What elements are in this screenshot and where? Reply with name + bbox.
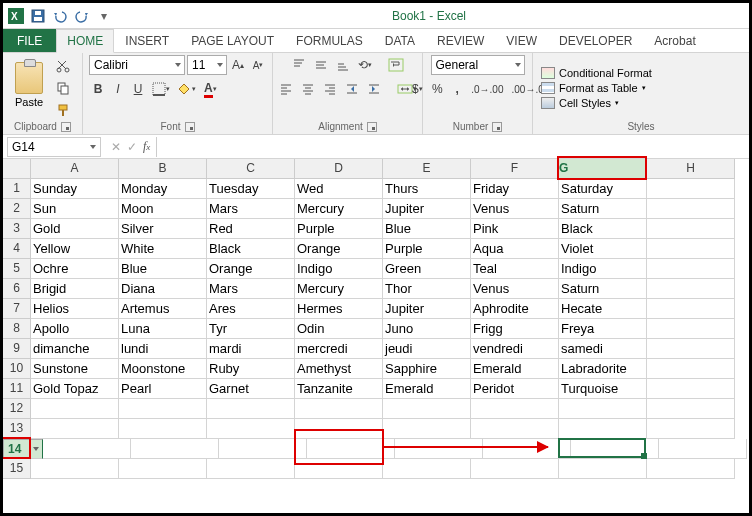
format-as-table-button[interactable]: Format as Table▾ (539, 81, 654, 95)
cell-H12[interactable] (647, 399, 735, 419)
tab-file[interactable]: FILE (3, 29, 56, 52)
cell-G1[interactable]: Saturday (559, 179, 647, 199)
cell-E5[interactable]: Green (383, 259, 471, 279)
cut-button[interactable] (53, 56, 73, 76)
cell-B6[interactable]: Diana (119, 279, 207, 299)
alignment-dialog-launcher[interactable] (367, 122, 377, 132)
tab-data[interactable]: DATA (374, 29, 426, 52)
cell-G9[interactable]: samedi (559, 339, 647, 359)
increase-decimal-button[interactable]: .0→.00 (468, 79, 506, 99)
save-icon[interactable] (29, 7, 47, 25)
cell-C14[interactable] (219, 439, 307, 459)
row-header-9[interactable]: 9 (3, 339, 31, 359)
cell-B14[interactable] (131, 439, 219, 459)
cell-C5[interactable]: Orange (207, 259, 295, 279)
cell-F14[interactable] (483, 439, 571, 459)
cell-G2[interactable]: Saturn (559, 199, 647, 219)
row-header-8[interactable]: 8 (3, 319, 31, 339)
cell-A8[interactable]: Apollo (31, 319, 119, 339)
cell-H5[interactable] (647, 259, 735, 279)
cell-D4[interactable]: Orange (295, 239, 383, 259)
tab-view[interactable]: VIEW (495, 29, 548, 52)
qat-customize-icon[interactable]: ▾ (95, 7, 113, 25)
cell-D1[interactable]: Wed (295, 179, 383, 199)
cell-D6[interactable]: Mercury (295, 279, 383, 299)
column-header-H[interactable]: H (647, 159, 735, 179)
cell-D9[interactable]: mercredi (295, 339, 383, 359)
cell-B7[interactable]: Artemus (119, 299, 207, 319)
cell-D8[interactable]: Odin (295, 319, 383, 339)
row-header-13[interactable]: 13 (3, 419, 31, 439)
underline-button[interactable]: U (129, 79, 147, 99)
cell-G11[interactable]: Turquoise (559, 379, 647, 399)
undo-icon[interactable] (51, 7, 69, 25)
cell-A15[interactable] (31, 459, 119, 479)
cell-H11[interactable] (647, 379, 735, 399)
cell-H6[interactable] (647, 279, 735, 299)
row-header-7[interactable]: 7 (3, 299, 31, 319)
cell-C13[interactable] (207, 419, 295, 439)
cell-H13[interactable] (647, 419, 735, 439)
cell-A13[interactable] (31, 419, 119, 439)
row-header-5[interactable]: 5 (3, 259, 31, 279)
borders-button[interactable]: ▾ (149, 79, 173, 99)
cell-C1[interactable]: Tuesday (207, 179, 295, 199)
cell-A2[interactable]: Sun (31, 199, 119, 219)
cell-C15[interactable] (207, 459, 295, 479)
tab-insert[interactable]: INSERT (114, 29, 180, 52)
enter-formula-icon[interactable]: ✓ (127, 140, 137, 154)
cell-H8[interactable] (647, 319, 735, 339)
cell-D10[interactable]: Amethyst (295, 359, 383, 379)
cell-G4[interactable]: Violet (559, 239, 647, 259)
align-top-button[interactable] (289, 55, 309, 75)
cell-G13[interactable] (559, 419, 647, 439)
cell-E14[interactable] (395, 439, 483, 459)
copy-button[interactable] (53, 78, 73, 98)
tab-acrobat[interactable]: Acrobat (643, 29, 706, 52)
align-center-button[interactable] (298, 79, 318, 99)
cell-E13[interactable] (383, 419, 471, 439)
cell-A4[interactable]: Yellow (31, 239, 119, 259)
select-all-corner[interactable] (3, 159, 31, 179)
cell-F12[interactable] (471, 399, 559, 419)
cell-C9[interactable]: mardi (207, 339, 295, 359)
cell-G8[interactable]: Freya (559, 319, 647, 339)
cell-B13[interactable] (119, 419, 207, 439)
cell-A11[interactable]: Gold Topaz (31, 379, 119, 399)
cell-D5[interactable]: Indigo (295, 259, 383, 279)
cell-F2[interactable]: Venus (471, 199, 559, 219)
cell-G7[interactable]: Hecate (559, 299, 647, 319)
orientation-button[interactable]: ⟲▾ (355, 55, 375, 75)
number-format-select[interactable]: General (431, 55, 525, 75)
format-painter-button[interactable] (53, 100, 73, 120)
cell-G15[interactable] (559, 459, 647, 479)
bold-button[interactable]: B (89, 79, 107, 99)
align-middle-button[interactable] (311, 55, 331, 75)
tab-page-layout[interactable]: PAGE LAYOUT (180, 29, 285, 52)
cell-B10[interactable]: Moonstone (119, 359, 207, 379)
row-header-15[interactable]: 15 (3, 459, 31, 479)
cell-H2[interactable] (647, 199, 735, 219)
font-size-select[interactable]: 11 (187, 55, 227, 75)
column-header-D[interactable]: D (295, 159, 383, 179)
formula-bar[interactable] (156, 137, 749, 157)
column-header-C[interactable]: C (207, 159, 295, 179)
cell-E11[interactable]: Emerald (383, 379, 471, 399)
cell-A7[interactable]: Helios (31, 299, 119, 319)
cell-G10[interactable]: Labradorite (559, 359, 647, 379)
cell-E1[interactable]: Thurs (383, 179, 471, 199)
cell-G5[interactable]: Indigo (559, 259, 647, 279)
cell-B11[interactable]: Pearl (119, 379, 207, 399)
cell-F13[interactable] (471, 419, 559, 439)
cell-B12[interactable] (119, 399, 207, 419)
cell-H7[interactable] (647, 299, 735, 319)
cell-H3[interactable] (647, 219, 735, 239)
cell-C2[interactable]: Mars (207, 199, 295, 219)
cell-C3[interactable]: Red (207, 219, 295, 239)
cell-F9[interactable]: vendredi (471, 339, 559, 359)
cell-D15[interactable] (295, 459, 383, 479)
row-header-3[interactable]: 3 (3, 219, 31, 239)
cancel-formula-icon[interactable]: ✕ (111, 140, 121, 154)
cell-B8[interactable]: Luna (119, 319, 207, 339)
cell-E10[interactable]: Sapphire (383, 359, 471, 379)
